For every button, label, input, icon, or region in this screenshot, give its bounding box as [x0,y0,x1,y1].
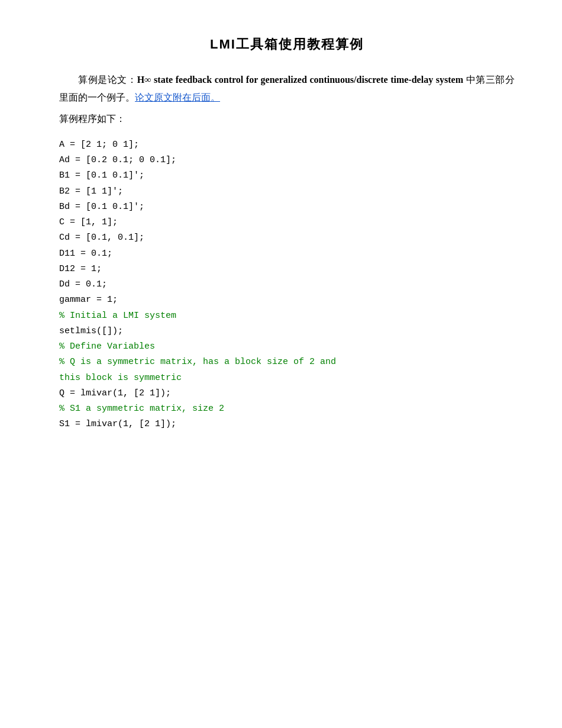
code-line-S1: S1 = lmivar(1, [2 1]); [59,417,515,432]
code-comment-2: % Define Variables [59,339,515,355]
code-line-Dd: Dd = 0.1; [59,277,515,292]
code-line-D11: D11 = 0.1; [59,246,515,262]
section-label: 算例程序如下： [59,113,515,125]
code-line-Ad: Ad = [0.2 0.1; 0 0.1]; [59,153,515,168]
intro-prefix: 算例是论文： [78,75,137,85]
paper-link[interactable]: 论文原文附在后面。 [135,92,220,102]
code-line-B1: B1 = [0.1 0.1]'; [59,168,515,183]
code-comment-3: % Q is a symmetric matrix, has a block s… [59,355,515,370]
code-line-Q: Q = lmivar(1, [2 1]); [59,386,515,401]
code-line-gammar: gammar = 1; [59,292,515,308]
code-line-C: C = [1, 1]; [59,215,515,230]
code-comment-4: % S1 a symmetric matrix, size 2 [59,401,515,417]
math-symbol: H∞ [137,75,151,85]
code-line-B2: B2 = [1 1]'; [59,184,515,199]
bold-text: state feedback control for generalized c… [151,75,463,85]
code-block: A = [2 1; 0 1]; Ad = [0.2 0.1; 0 0.1]; B… [59,137,515,433]
code-line-D12: D12 = 1; [59,262,515,277]
intro-paragraph: 算例是论文：H∞ state feedback control for gene… [59,71,515,107]
code-comment-1: % Initial a LMI system [59,308,515,324]
code-line-setlmis: setlmis([]); [59,324,515,339]
page-title: LMI工具箱使用教程算例 [59,36,515,53]
code-line-Cd: Cd = [0.1, 0.1]; [59,230,515,246]
code-line-A: A = [2 1; 0 1]; [59,137,515,153]
code-comment-3b: this block is symmetric [59,371,515,386]
code-line-Bd: Bd = [0.1 0.1]'; [59,199,515,215]
